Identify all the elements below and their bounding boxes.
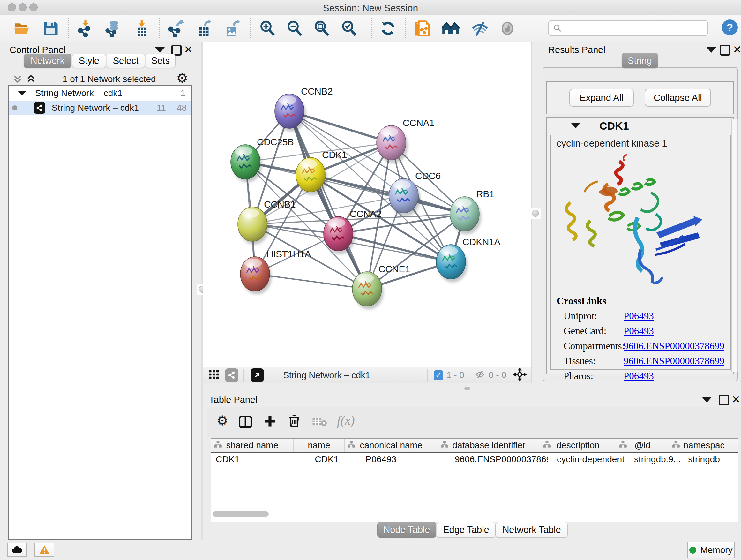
bottom-splitter-handle[interactable] <box>464 387 470 390</box>
hide-selection-icon[interactable] <box>471 19 489 38</box>
network-graph[interactable]: CCNB2CCNA1CDC25BCDK1CDC6RB1CCNB1CCNA2CDK… <box>203 43 532 367</box>
zoom-selected-icon[interactable] <box>340 19 358 38</box>
results-scrollbar[interactable] <box>731 119 738 372</box>
toolbar-separator <box>250 18 251 38</box>
search-input[interactable] <box>548 20 708 36</box>
cell-namespace[interactable]: stringdb <box>682 453 738 466</box>
save-icon[interactable] <box>42 19 59 38</box>
network-edge[interactable] <box>311 175 465 214</box>
refresh-icon[interactable] <box>379 19 397 38</box>
column-header-database-identifier[interactable]: database identifier <box>438 439 540 452</box>
cell-id[interactable]: stringdb:9... <box>626 453 682 466</box>
help-icon[interactable]: ? <box>722 19 738 36</box>
cell-name[interactable]: CDK1 <box>290 453 361 466</box>
collapse-all-networks-icon[interactable] <box>12 73 23 85</box>
tab-sets[interactable]: Sets <box>145 54 176 68</box>
table-panel-close-icon[interactable]: ✕ <box>731 395 741 404</box>
crosslinks-heading: CrossLinks <box>556 295 606 307</box>
cell-description[interactable]: cyclin-dependent ... <box>548 453 626 466</box>
column-header-id[interactable]: @id <box>616 439 670 452</box>
gene-section-header[interactable]: CDK1 <box>547 118 733 133</box>
crosslink-tissues-link[interactable]: 9606.ENSP00000378699 <box>623 355 724 367</box>
memory-status-button[interactable]: Memory <box>687 542 735 558</box>
table-header-row: shared name name canonical name database… <box>211 439 738 453</box>
expand-all-button[interactable]: Expand All <box>569 89 634 107</box>
column-header-shared-name[interactable]: shared name <box>211 439 293 452</box>
zoom-fit-icon[interactable] <box>313 19 331 38</box>
delete-column-icon[interactable] <box>287 414 301 429</box>
collection-label: String Network – cdk1 <box>35 88 123 98</box>
table-panel-maximize-icon[interactable] <box>719 395 729 406</box>
zoom-in-icon[interactable] <box>259 19 276 38</box>
crosslink-pharos-link[interactable]: P06493 <box>623 370 654 382</box>
cell-canonical-name[interactable]: P06493 <box>361 453 450 466</box>
function-builder-icon[interactable]: f(x) <box>337 413 355 428</box>
results-panel-maximize-icon[interactable] <box>720 45 730 56</box>
network-row[interactable]: String Network – cdk1 11 48 <box>9 101 191 115</box>
tab-select[interactable]: Select <box>107 54 145 68</box>
control-panel-close-icon[interactable]: ✕ <box>184 45 193 54</box>
column-header-name[interactable]: name <box>293 439 345 452</box>
network-collection-row[interactable]: String Network – cdk1 1 <box>9 86 191 101</box>
export-image-icon[interactable] <box>223 19 241 38</box>
control-panel-float-icon[interactable] <box>155 47 165 53</box>
network-options-gear-icon[interactable]: ⚙ <box>176 71 188 85</box>
import-database-icon[interactable] <box>105 19 122 38</box>
tab-network-table[interactable]: Network Table <box>495 522 568 538</box>
search-text-field[interactable] <box>565 23 707 34</box>
collapse-all-button[interactable]: Collapse All <box>645 89 711 107</box>
results-panel-close-icon[interactable]: ✕ <box>733 45 741 54</box>
tab-network[interactable]: Network <box>23 54 71 68</box>
bottom-splitter[interactable] <box>203 383 741 393</box>
toolbar-separator <box>405 18 406 38</box>
export-table-icon[interactable] <box>195 19 213 38</box>
delete-table-icon[interactable] <box>312 417 327 428</box>
table-panel-float-icon[interactable] <box>702 397 712 402</box>
cloud-icon <box>12 546 23 554</box>
expand-all-networks-icon[interactable] <box>25 73 37 85</box>
column-header-namespace[interactable]: namespac <box>669 439 738 452</box>
gene-description: cyclin-dependent kinase 1 <box>556 138 667 149</box>
tab-node-table[interactable]: Node Table <box>377 522 436 538</box>
results-panel-float-icon[interactable] <box>706 47 716 53</box>
detach-view-icon[interactable] <box>251 368 264 382</box>
tab-edge-table[interactable]: Edge Table <box>436 522 495 538</box>
node-label-RB1: RB1 <box>476 189 494 199</box>
gene-collapse-icon[interactable] <box>571 123 580 128</box>
crosslink-compartments-link[interactable]: 9606.ENSP00000378699 <box>623 340 724 352</box>
table-options-gear-icon[interactable]: ⚙ <box>216 414 228 428</box>
import-network-icon[interactable] <box>77 19 94 38</box>
column-label: namespac <box>683 440 724 450</box>
selected-checkbox-icon[interactable]: ✓ <box>434 370 443 380</box>
cell-shared-name[interactable]: CDK1 <box>211 453 290 466</box>
home-icon[interactable] <box>442 19 460 38</box>
cell-database-identifier[interactable]: 9606.ENSP00000378699 <box>450 453 548 466</box>
birds-eye-view-icon[interactable] <box>513 368 527 383</box>
network-edge[interactable] <box>255 274 367 289</box>
open-session-icon[interactable] <box>414 19 432 38</box>
table-horizontal-scrollbar[interactable] <box>212 511 269 516</box>
zoom-out-icon[interactable] <box>286 19 304 38</box>
grid-view-icon[interactable] <box>208 368 220 382</box>
network-canvas[interactable]: CCNB2CCNA1CDC25BCDK1CDC6RB1CCNB1CCNA2CDK… <box>203 42 532 367</box>
column-header-description[interactable]: description <box>540 439 616 452</box>
show-all-icon[interactable] <box>498 19 516 38</box>
cloud-status-button[interactable] <box>7 543 27 557</box>
crosslink-genecard-link[interactable]: P06493 <box>623 325 654 337</box>
warning-status-button[interactable] <box>35 543 54 557</box>
network-view-mode-icon[interactable] <box>225 368 239 382</box>
show-columns-icon[interactable] <box>238 415 253 430</box>
tab-style[interactable]: Style <box>72 54 106 68</box>
column-header-canonical-name[interactable]: canonical name <box>345 439 438 452</box>
export-network-icon[interactable] <box>167 19 185 38</box>
node-label-CCNB2: CCNB2 <box>301 86 333 97</box>
import-table-icon[interactable] <box>132 19 150 38</box>
open-folder-icon[interactable] <box>13 19 31 38</box>
create-column-icon[interactable] <box>263 414 277 429</box>
collection-expand-icon[interactable] <box>18 91 26 96</box>
toolbar-separator <box>68 18 69 38</box>
table-row[interactable]: CDK1 CDK1 P06493 9606.ENSP00000378699 cy… <box>211 453 738 466</box>
crosslink-uniprot-link[interactable]: P06493 <box>623 310 654 322</box>
network-edge[interactable] <box>289 111 367 289</box>
tab-string[interactable]: String <box>622 53 658 68</box>
